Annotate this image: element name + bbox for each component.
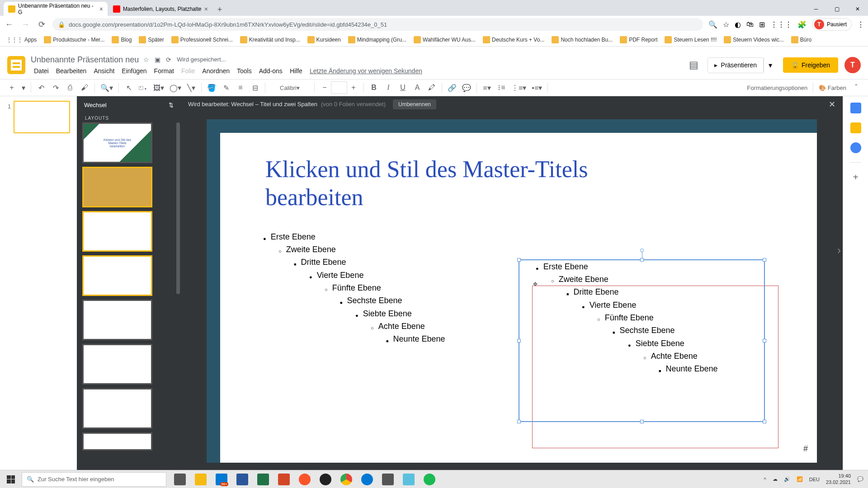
minimize-button[interactable]: ─: [806, 2, 826, 16]
bookmark[interactable]: PDF Report: [618, 36, 659, 43]
add-button[interactable]: +: [850, 172, 861, 183]
puzzle-icon[interactable]: 🧩: [797, 20, 807, 29]
calendar-icon[interactable]: [850, 103, 861, 113]
zoom-button[interactable]: 🔍▾: [99, 81, 115, 94]
bookmark[interactable]: Kreativität und Insp...: [238, 36, 302, 43]
doc-title[interactable]: Unbenannte Präsentation neu: [31, 55, 139, 65]
cloud-icon[interactable]: ☁: [773, 476, 778, 482]
page-number-placeholder[interactable]: #: [803, 444, 808, 454]
search-input[interactable]: 🔍 Zur Suche Text hier eingeben: [22, 472, 166, 487]
present-dropdown[interactable]: ▾: [764, 57, 777, 73]
layout-thumbnail[interactable]: [82, 388, 152, 429]
bookmark[interactable]: Büro: [789, 36, 813, 43]
layout-thumbnail[interactable]: [82, 300, 152, 340]
layout-thumbnail[interactable]: [82, 432, 152, 450]
present-button[interactable]: ▸ Präsentieren: [708, 57, 764, 73]
menu-arrange[interactable]: Anordnen: [199, 66, 233, 75]
apps-icon[interactable]: ⋮⋮⋮: [770, 20, 792, 29]
move-icon[interactable]: ▣: [155, 56, 160, 63]
reload-button[interactable]: ⟳: [36, 19, 47, 30]
bookmark[interactable]: Produktsuche - Mer...: [42, 36, 106, 43]
layout-thumbnail[interactable]: [82, 211, 152, 252]
bold-button[interactable]: B: [368, 81, 380, 94]
link-button[interactable]: 🔗: [446, 81, 458, 94]
font-size-increase[interactable]: +: [347, 81, 360, 94]
menu-tools[interactable]: Tools: [234, 66, 255, 75]
resize-handle[interactable]: [763, 420, 766, 423]
avatar[interactable]: T: [844, 57, 861, 73]
font-size-input[interactable]: [331, 81, 347, 94]
scrollbar[interactable]: [176, 122, 180, 375]
resize-handle[interactable]: [640, 258, 644, 262]
obs-button[interactable]: [316, 470, 335, 488]
bookmark[interactable]: Steuern Videos wic...: [722, 36, 786, 43]
zoom-icon[interactable]: 🔍: [708, 20, 717, 29]
collapse-toolbar-button[interactable]: ˆ: [850, 81, 863, 94]
fill-color-button[interactable]: 🪣: [205, 81, 218, 94]
rotate-handle[interactable]: [640, 249, 644, 252]
shape-tool[interactable]: ◯▾: [168, 81, 183, 94]
star-icon[interactable]: ☆: [143, 56, 149, 63]
resize-handle[interactable]: [517, 339, 521, 343]
bookmark[interactable]: Professionell Schrei...: [170, 36, 235, 43]
menu-edit[interactable]: Bearbeiten: [53, 66, 90, 75]
new-slide-dropdown[interactable]: ▾: [20, 81, 27, 94]
new-tab-button[interactable]: +: [213, 3, 226, 16]
chevron-icon[interactable]: ⇅: [169, 102, 174, 108]
app-button[interactable]: [378, 470, 398, 488]
slides-logo[interactable]: [7, 56, 25, 74]
menu-help[interactable]: Hilfe: [287, 66, 306, 75]
mail-button[interactable]: 99+: [212, 470, 231, 488]
body-placeholder-left[interactable]: Erste Ebene Zweite Ebene Dritte Ebene Vi…: [263, 232, 498, 347]
comments-button[interactable]: ▤: [687, 58, 701, 72]
numbered-list-button[interactable]: ⋮≡▾: [509, 81, 528, 94]
theme-name[interactable]: Wechsel: [84, 102, 107, 108]
line-spacing-button[interactable]: ⫶≡: [495, 81, 508, 94]
layout-thumbnail[interactable]: [82, 167, 152, 207]
bookmark[interactable]: Später: [137, 36, 165, 43]
menu-format[interactable]: Format: [151, 66, 177, 75]
last-edit-link[interactable]: Letzte Änderung vor wenigen Sekunden: [307, 66, 425, 75]
notifications-button[interactable]: 💬: [857, 476, 863, 482]
print-button[interactable]: ⎙: [64, 81, 76, 94]
layout-thumbnail[interactable]: [82, 344, 152, 385]
close-icon[interactable]: ✕: [829, 99, 835, 109]
close-button[interactable]: ✕: [847, 2, 868, 16]
maximize-button[interactable]: ▢: [826, 2, 847, 16]
underline-button[interactable]: U: [396, 81, 409, 94]
address-bar[interactable]: 🔒 docs.google.com/presentation/d/1o2Pm-L…: [52, 18, 703, 31]
font-size-decrease[interactable]: −: [318, 81, 331, 94]
back-button[interactable]: ←: [4, 19, 14, 30]
line-tool[interactable]: ╲▾: [185, 81, 198, 94]
text-color-button[interactable]: A: [411, 81, 424, 94]
excel-button[interactable]: [253, 470, 273, 488]
star-icon[interactable]: ☆: [723, 20, 729, 29]
powerpoint-button[interactable]: [274, 470, 294, 488]
profile-chip[interactable]: T Pausiert: [812, 18, 852, 31]
tray-expand-icon[interactable]: ^: [764, 477, 766, 482]
extension-icon[interactable]: 🛍: [746, 20, 754, 28]
border-color-button[interactable]: ✎: [220, 81, 232, 94]
close-icon[interactable]: ×: [204, 5, 208, 13]
keep-icon[interactable]: [850, 122, 861, 133]
bookmark[interactable]: Steuern Lesen !!!!: [663, 36, 718, 43]
layout-thumbnail[interactable]: Klicken und Stil desMaster-Titelsbearbei…: [82, 122, 152, 163]
close-icon[interactable]: ×: [99, 5, 103, 13]
rename-button[interactable]: Umbenennen: [393, 99, 436, 109]
font-select[interactable]: Calibri ▾: [269, 81, 311, 94]
menu-view[interactable]: Ansicht: [90, 66, 118, 75]
file-explorer-button[interactable]: [191, 470, 211, 488]
resize-handle[interactable]: [640, 420, 644, 423]
browser-tab[interactable]: Masterfolien, Layouts, Platzhalte ×: [108, 2, 212, 16]
resize-handle[interactable]: [517, 258, 521, 262]
menu-icon[interactable]: ⋮: [857, 20, 864, 29]
apps-shortcut[interactable]: ⋮⋮⋮Apps: [5, 37, 38, 43]
slide-canvas[interactable]: Klicken und Stil des Master-Titels bearb…: [220, 133, 817, 463]
select-tool[interactable]: ↖: [123, 81, 135, 94]
start-button[interactable]: [0, 470, 22, 488]
extension-icon[interactable]: ◐: [735, 20, 741, 29]
border-weight-button[interactable]: ≡: [234, 81, 247, 94]
bulleted-list-button[interactable]: •≡▾: [530, 81, 544, 94]
new-slide-button[interactable]: +: [5, 81, 18, 94]
colors-button[interactable]: 🎨 Farben: [819, 84, 846, 91]
